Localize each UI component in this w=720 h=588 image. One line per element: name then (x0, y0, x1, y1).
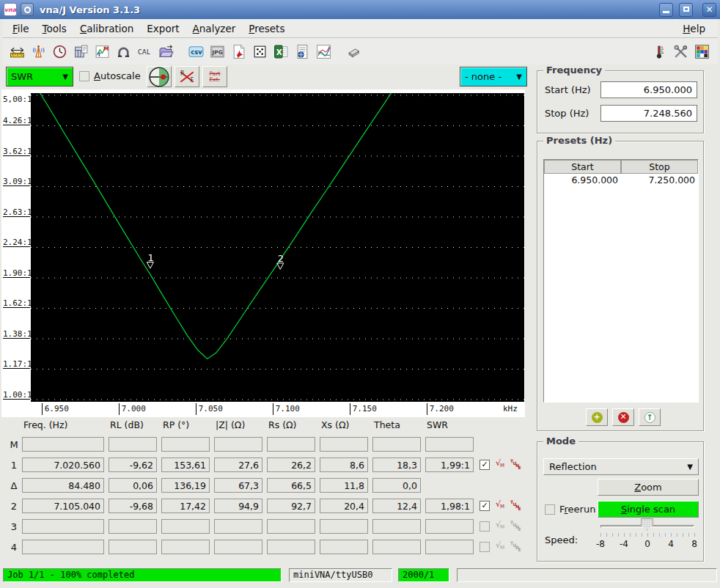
cell-3-2[interactable] (161, 519, 210, 534)
chart-marker-1[interactable]: 1 (147, 252, 153, 269)
mode-select[interactable]: Reflection ▼ (543, 458, 699, 475)
cell-2-2[interactable]: 17,42 (161, 499, 210, 513)
marker-visible-checkbox-2[interactable]: ✓ (480, 501, 490, 511)
delete-preset-button[interactable]: ✕ (612, 408, 634, 426)
tune-icon-3[interactable]: TUNE (510, 520, 522, 532)
stop-hz-field[interactable]: 7.248.560 (600, 105, 697, 122)
autoscale-control[interactable]: Autoscale (79, 70, 141, 81)
sqrt-marker-icon-1[interactable]: √M (496, 458, 507, 470)
cal-icon[interactable]: CAL (135, 42, 154, 61)
apply-preset-button[interactable]: ↑ (639, 408, 661, 426)
trace-select[interactable]: SWR ▼ (6, 67, 73, 87)
cell-M-2[interactable] (161, 437, 210, 452)
menu-tools[interactable]: Tools (37, 20, 75, 37)
tune-icon-4[interactable]: TUNE (510, 540, 522, 552)
speed-slider-thumb[interactable] (641, 518, 653, 531)
cell-4-7[interactable] (425, 540, 474, 554)
thermometer-icon[interactable] (650, 42, 669, 61)
menu-export[interactable]: Export (142, 20, 187, 37)
eraser-icon[interactable] (344, 42, 363, 61)
plot-area[interactable]: 12 (31, 93, 524, 402)
cell-M-7[interactable] (425, 437, 474, 452)
frequency-sweep-icon[interactable] (7, 42, 26, 61)
menu-help[interactable]: Help (677, 20, 713, 37)
chart-curves-icon[interactable] (314, 42, 333, 61)
settings-tools-icon[interactable] (671, 42, 690, 61)
smith-chart-button[interactable] (147, 66, 172, 87)
port-extension-button[interactable]: Port Ext. (202, 66, 227, 87)
cell-Δ-6[interactable]: 0,0 (372, 478, 421, 493)
cell-M-4[interactable] (267, 437, 315, 452)
cell-2-0[interactable]: 7.105.040 (22, 499, 104, 513)
preset-cell[interactable]: 7.250.000 (621, 174, 698, 187)
marker-visible-checkbox-3[interactable] (480, 521, 490, 532)
export-pdf-icon[interactable] (229, 42, 248, 61)
cell-M-0[interactable] (22, 437, 104, 452)
minimize-button[interactable] (659, 3, 673, 17)
cell-3-3[interactable] (214, 519, 262, 534)
cell-3-7[interactable] (425, 519, 474, 534)
maximize-button[interactable] (679, 3, 693, 17)
tune-icon-1[interactable]: TUNE (510, 458, 522, 470)
cell-4-5[interactable] (320, 540, 368, 554)
cell-M-1[interactable] (109, 437, 157, 452)
cell-2-3[interactable]: 94,9 (214, 499, 262, 513)
presets-list[interactable]: StartStop6.950.0007.250.000 (543, 159, 699, 403)
export-csv-icon[interactable]: csv (186, 42, 205, 61)
report-icon[interactable] (293, 42, 312, 61)
cell-3-1[interactable] (109, 519, 157, 534)
cell-2-4[interactable]: 92,7 (267, 499, 315, 513)
cell-1-3[interactable]: 27,6 (214, 457, 262, 472)
sqrt-marker-icon-3[interactable]: √M (496, 520, 507, 532)
cell-M-5[interactable] (320, 437, 368, 452)
calculator-icon[interactable] (71, 42, 90, 61)
cell-1-7[interactable]: 1,99:1 (425, 457, 474, 472)
marker-rf-toggle-button[interactable]: R F (175, 66, 199, 87)
cell-2-1[interactable]: -9,68 (109, 499, 157, 513)
cell-Δ-5[interactable]: 11,8 (320, 478, 368, 493)
cell-2-7[interactable]: 1,98:1 (425, 499, 474, 513)
overlay-select[interactable]: - none - ▼ (460, 67, 527, 87)
cell-M-3[interactable] (214, 437, 262, 452)
sqrt-marker-icon-4[interactable]: √M (496, 540, 507, 552)
menu-calibration[interactable]: Calibration (75, 20, 142, 37)
export-xls-icon[interactable]: X (271, 42, 290, 61)
cell-2-5[interactable]: 20,4 (320, 499, 368, 513)
cell-2-6[interactable]: 12,4 (372, 499, 421, 513)
cell-Δ-0[interactable]: 84.480 (22, 478, 104, 493)
tune-icon-2[interactable]: TUNE (510, 499, 522, 511)
menu-file[interactable]: File (7, 20, 37, 37)
zoom-button[interactable]: Zoom (598, 479, 699, 496)
cell-4-4[interactable] (267, 540, 315, 554)
freerun-checkbox[interactable] (545, 504, 555, 515)
cell-3-6[interactable] (372, 519, 421, 534)
marker-tune-icon[interactable]: MT (92, 42, 111, 61)
marker-visible-checkbox-4[interactable] (480, 542, 490, 552)
magnet-icon[interactable] (114, 42, 133, 61)
cell-3-0[interactable] (22, 519, 104, 534)
cell-4-1[interactable] (109, 540, 157, 554)
export-jpg-icon[interactable]: JPG (207, 42, 227, 61)
clock-icon[interactable] (50, 42, 69, 61)
menu-presets[interactable]: Presets (243, 20, 293, 37)
cell-4-3[interactable] (214, 540, 262, 554)
cell-1-6[interactable]: 18,3 (372, 457, 421, 472)
autoscale-checkbox[interactable] (79, 71, 89, 81)
cell-Δ-3[interactable]: 67,3 (214, 478, 262, 493)
menu-analyzer[interactable]: Analyzer (188, 20, 244, 37)
add-preset-button[interactable]: + (586, 408, 608, 426)
single-scan-button[interactable]: Single scan (598, 501, 699, 518)
export-snp-dice-icon[interactable] (250, 42, 269, 61)
cell-Δ-4[interactable]: 66,5 (267, 478, 315, 493)
sqrt-marker-icon-2[interactable]: √M (496, 499, 507, 511)
palette-icon[interactable] (692, 42, 711, 61)
marker-visible-checkbox-1[interactable]: ✓ (480, 460, 490, 470)
cell-1-0[interactable]: 7.020.560 (22, 457, 104, 472)
cell-1-1[interactable]: -9,62 (109, 457, 157, 472)
cell-4-6[interactable] (372, 540, 421, 554)
preset-cell[interactable]: 6.950.000 (544, 174, 621, 187)
cell-M-6[interactable] (372, 437, 421, 452)
close-button[interactable]: ✕ (702, 3, 716, 17)
cell-Δ-2[interactable]: 136,19 (161, 478, 210, 493)
chart-marker-2[interactable]: 2 (277, 253, 284, 270)
